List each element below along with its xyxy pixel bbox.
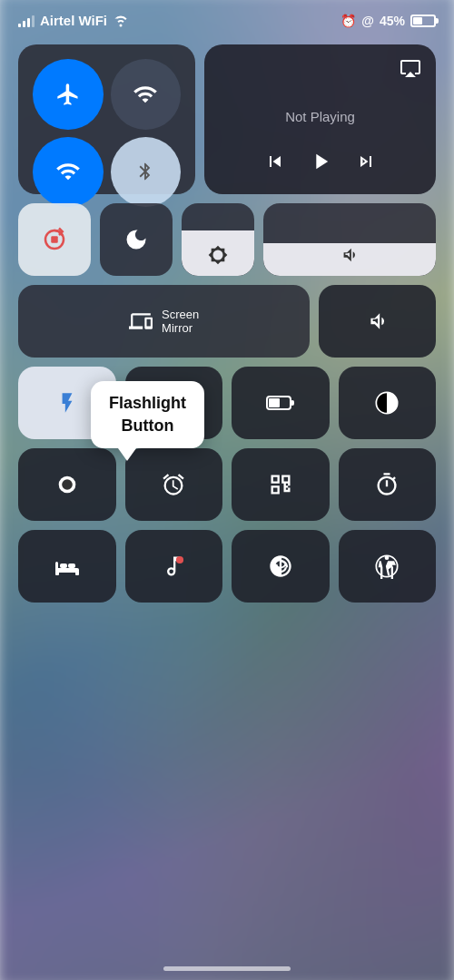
svg-point-16 — [176, 556, 183, 564]
row-record — [18, 448, 436, 521]
rotation-lock-icon — [41, 226, 68, 253]
airplane-mode-button[interactable] — [33, 59, 104, 130]
home-indicator[interactable] — [163, 966, 291, 971]
now-playing-controls — [264, 149, 377, 180]
play-button[interactable] — [308, 149, 333, 180]
shazam-icon — [268, 554, 293, 579]
wifi-button[interactable] — [33, 137, 104, 208]
sleep-button[interactable] — [18, 530, 116, 603]
wifi-icon — [55, 159, 81, 184]
fast-forward-button[interactable] — [355, 151, 377, 178]
status-bar: Airtel WiFi ⏰ @ 45% — [0, 0, 454, 35]
grayscale-button[interactable] — [339, 367, 437, 439]
alarm-button[interactable] — [125, 448, 223, 521]
row-flashlight — [18, 367, 436, 439]
svg-rect-13 — [55, 562, 58, 571]
alarm-icon: ⏰ — [340, 14, 356, 28]
volume-row3-icon — [366, 309, 390, 333]
battery-percent: 45% — [380, 14, 405, 28]
volume-slider[interactable] — [263, 203, 436, 276]
airplane-icon — [55, 82, 81, 107]
row-connectivity-nowplaying: Not Playing — [18, 44, 436, 194]
signal-bars-icon — [18, 15, 35, 27]
svg-point-9 — [62, 479, 73, 490]
status-left: Airtel WiFi — [18, 13, 129, 28]
battery-status-icon — [266, 391, 295, 415]
qr-icon — [268, 472, 293, 497]
svg-rect-1 — [51, 236, 58, 243]
flashlight-icon — [55, 391, 79, 415]
do-not-disturb-button[interactable] — [100, 203, 173, 276]
bed-icon — [54, 554, 81, 579]
screen-mirror-label: ScreenMirror — [162, 308, 199, 335]
flashlight-tooltip: Flashlight Button — [91, 381, 204, 448]
music-recognition-button[interactable] — [125, 530, 223, 603]
timer-icon — [374, 472, 400, 497]
battery-button[interactable] — [232, 367, 330, 439]
music-icon — [161, 554, 186, 579]
svg-rect-15 — [68, 564, 75, 568]
cellular-data-button[interactable] — [111, 59, 182, 130]
brightness-icon — [208, 245, 228, 265]
row-2 — [18, 203, 436, 276]
connectivity-panel — [18, 44, 195, 194]
svg-rect-11 — [55, 571, 59, 575]
svg-rect-14 — [60, 564, 67, 568]
row-screen-mirror: ScreenMirror — [18, 285, 436, 358]
tooltip-subtitle: Button — [122, 416, 174, 435]
rotation-lock-button[interactable] — [18, 203, 91, 276]
svg-rect-4 — [269, 398, 280, 407]
moon-icon — [123, 227, 149, 252]
now-playing-title: Not Playing — [285, 109, 355, 124]
battery-indicator — [410, 15, 436, 27]
now-playing-panel[interactable]: Not Playing — [204, 44, 436, 194]
brightness-slider[interactable] — [182, 203, 254, 276]
np-top — [219, 57, 421, 83]
accessibility-icon — [374, 554, 400, 579]
bluetooth-button[interactable] — [111, 137, 182, 208]
svg-rect-3 — [291, 400, 294, 406]
record-icon — [54, 472, 80, 497]
screen-mirror-icon — [129, 309, 153, 333]
qr-scanner-button[interactable] — [232, 448, 330, 521]
volume-icon — [340, 245, 360, 265]
cellular-icon — [133, 82, 158, 107]
grayscale-icon — [374, 390, 400, 416]
shazam-button[interactable] — [232, 530, 330, 603]
control-center: Not Playing — [0, 35, 454, 980]
screen-mirror-button[interactable]: ScreenMirror — [18, 285, 310, 358]
accessibility-button[interactable] — [339, 530, 437, 603]
status-right: ⏰ @ 45% — [340, 14, 436, 28]
airplay-icon[interactable] — [400, 57, 421, 83]
bluetooth-icon — [135, 162, 155, 181]
timer-button[interactable] — [339, 448, 437, 521]
carrier-label: Airtel WiFi — [40, 13, 107, 28]
tooltip-title: Flashlight — [109, 394, 186, 412]
volume-btn-row3[interactable] — [319, 285, 436, 358]
alarm-icon — [161, 472, 186, 497]
wifi-status-icon — [113, 15, 129, 27]
location-icon: @ — [361, 14, 374, 28]
screen-record-button[interactable] — [18, 448, 116, 521]
svg-rect-12 — [75, 571, 79, 575]
rewind-button[interactable] — [264, 151, 286, 178]
row-sleep — [18, 530, 436, 603]
